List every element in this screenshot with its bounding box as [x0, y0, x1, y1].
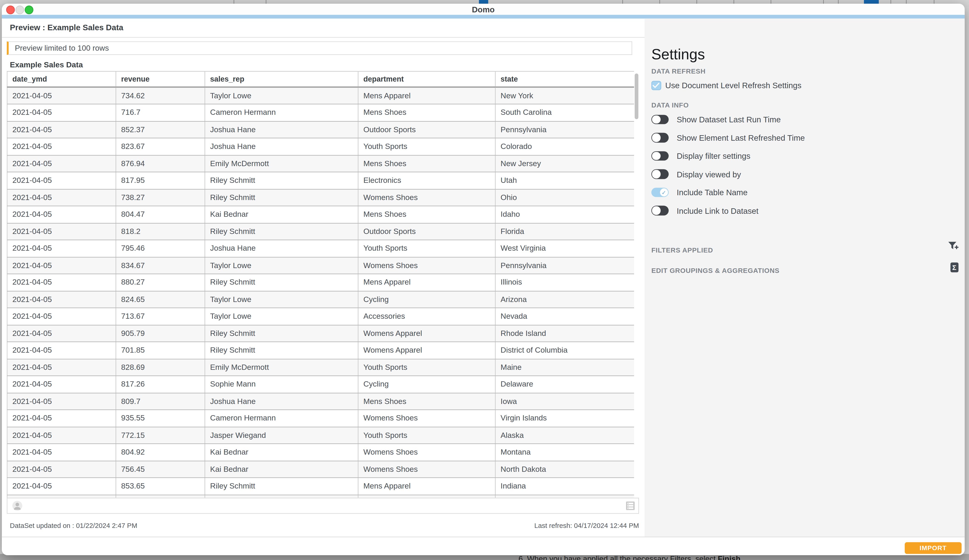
table-cell: 2021-04-05: [7, 172, 116, 189]
table-cell: Joshua Hane: [205, 393, 358, 410]
table-cell: Montana: [495, 444, 634, 460]
toggle-label: Include Table Name: [677, 188, 748, 197]
table-footer-strip: [7, 498, 639, 514]
table-row: 2021-04-05713.67Taylor LoweAccessoriesNe…: [7, 308, 634, 325]
table-cell: Riley Schmitt: [205, 342, 358, 359]
toggle-switch[interactable]: [651, 151, 669, 161]
table-cell: 2021-04-05: [7, 393, 116, 410]
table-cell: Kai Bednar: [205, 444, 358, 460]
toggle-row: ✓Include Table Name: [651, 188, 748, 197]
table-cell: 834.67: [116, 257, 205, 274]
table-cell: Mens Apparel: [358, 87, 495, 104]
table-cell: Delaware: [495, 376, 634, 393]
table-cell: Youth Sports: [358, 240, 495, 257]
table-scrollbar-thumb[interactable]: [634, 73, 639, 119]
column-header-revenue: revenue: [116, 71, 205, 87]
table-cell: Womens Shoes: [358, 189, 495, 206]
table-cell: 823.67: [116, 138, 205, 155]
toggle-knob: [652, 170, 660, 178]
section-label-filters-applied: FILTERS APPLIED: [651, 246, 713, 253]
table-cell: Virgin Islands: [495, 410, 634, 427]
window-titlebar: Domo: [2, 4, 965, 15]
table-row: 2021-04-05834.67Taylor LoweWomens ShoesP…: [7, 257, 634, 274]
table-cell: 738.27: [116, 189, 205, 206]
table-cell: Womens Shoes: [358, 410, 495, 427]
table-cell: Cycling: [358, 376, 495, 393]
toggle-row: Display viewed by: [651, 169, 741, 179]
table-row: 2021-04-05804.92Kai BednarWomens ShoesMo…: [7, 444, 634, 460]
last-refresh-text: Last refresh: 04/17/2024 12:44 PM: [534, 522, 639, 529]
table-cell: 817.95: [116, 172, 205, 189]
toggle-label: Display filter settings: [677, 151, 750, 160]
toggle-switch[interactable]: [651, 133, 669, 143]
table-cell: Joshua Hane: [205, 240, 358, 257]
table-cell: South Carolina: [495, 104, 634, 121]
table-row: 2021-04-05756.45Kai BednarWomens ShoesNo…: [7, 461, 634, 478]
table-row: 2021-04-05876.94Emily McDermottMens Shoe…: [7, 155, 634, 172]
avatar: [12, 501, 22, 511]
toggle-switch[interactable]: [651, 115, 669, 125]
list-view-icon[interactable]: [626, 501, 635, 510]
screen: 6. When you have applied all the necessa…: [0, 0, 969, 560]
filter-plus-icon: [947, 240, 959, 252]
table-cell: 809.7: [116, 393, 205, 410]
table-cell: 905.79: [116, 325, 205, 342]
table-cell: 852.37: [116, 121, 205, 138]
dataset-updated-text: DataSet updated on : 01/22/2024 2:47 PM: [10, 522, 137, 529]
background-tutorial-text: 6. When you have applied all the necessa…: [518, 555, 743, 560]
table-cell: 876.94: [116, 155, 205, 172]
table-cell: 853.65: [116, 478, 205, 495]
table-cell: Maine: [495, 359, 634, 376]
table-cell: Mens Shoes: [358, 206, 495, 223]
table-cell: 701.85: [116, 342, 205, 359]
table-cell: 2021-04-05: [7, 138, 116, 155]
table-cell: 804.92: [116, 444, 205, 460]
table-cell: Womens Apparel: [358, 342, 495, 359]
table-cell: 824.65: [116, 291, 205, 308]
toggle-knob-checked-icon: ✓: [660, 188, 668, 196]
table-cell: 2021-04-05: [7, 325, 116, 342]
table-cell: Mens Shoes: [358, 155, 495, 172]
table-row: 2021-04-05716.7Cameron HermannMens Shoes…: [7, 104, 634, 121]
table-cell: 2021-04-05: [7, 291, 116, 308]
table-cell: Kai Bednar: [205, 206, 358, 223]
table-cell: Youth Sports: [358, 138, 495, 155]
toggle-switch[interactable]: [651, 169, 669, 179]
table-row: 2021-04-05818.2Riley SchmittOutdoor Spor…: [7, 223, 634, 240]
table-cell: Mens Apparel: [358, 274, 495, 291]
table-row: 2021-04-05738.27Riley SchmittWomens Shoe…: [7, 189, 634, 206]
toggle-switch[interactable]: ✓: [651, 188, 669, 197]
table-body: 2021-04-05734.62Taylor LoweMens ApparelN…: [7, 87, 634, 499]
table-cell: 2021-04-05: [7, 359, 116, 376]
person-icon: [12, 501, 22, 511]
add-filter-button[interactable]: [947, 240, 959, 254]
import-dataset-button[interactable]: IMPORT DATASET: [905, 542, 962, 554]
table-header-row: date_ymdrevenuesales_repdepartmentstate: [7, 71, 634, 87]
toggle-switch[interactable]: [651, 206, 669, 215]
settings-panel: Settings DATA REFRESH Use Document Level…: [644, 18, 965, 537]
table-cell: 2021-04-05: [7, 444, 116, 460]
header-divider: [2, 37, 644, 37]
table-cell: 2021-04-05: [7, 410, 116, 427]
table-cell: 2021-04-05: [7, 257, 116, 274]
toggle-knob: [652, 206, 660, 215]
table-row: 2021-04-05823.67Joshua HaneYouth SportsC…: [7, 138, 634, 155]
table-cell: Youth Sports: [358, 427, 495, 444]
toggle-row: Display filter settings: [651, 151, 751, 161]
preview-limit-notice: Preview limited to 100 rows: [7, 42, 632, 55]
table-cell: 2021-04-05: [7, 104, 116, 121]
table-cell: 2021-04-05: [7, 478, 116, 495]
column-header-state: state: [495, 71, 634, 87]
table-cell: Womens Shoes: [358, 461, 495, 478]
use-document-level-refresh-row: Use Document Level Refresh Settings: [651, 81, 802, 90]
table-cell: 817.26: [116, 376, 205, 393]
table-cell: Womens Apparel: [358, 325, 495, 342]
table-cell: 2021-04-05: [7, 308, 116, 325]
edit-groupings-button[interactable]: Σ: [950, 263, 959, 272]
table-cell: Florida: [495, 223, 634, 240]
document-refresh-checkbox[interactable]: [651, 81, 661, 90]
table-cell: Riley Schmitt: [205, 172, 358, 189]
table-cell: Sophie Mann: [205, 376, 358, 393]
table-cell: New Jersey: [495, 155, 634, 172]
checkbox-label: Use Document Level Refresh Settings: [665, 81, 801, 90]
